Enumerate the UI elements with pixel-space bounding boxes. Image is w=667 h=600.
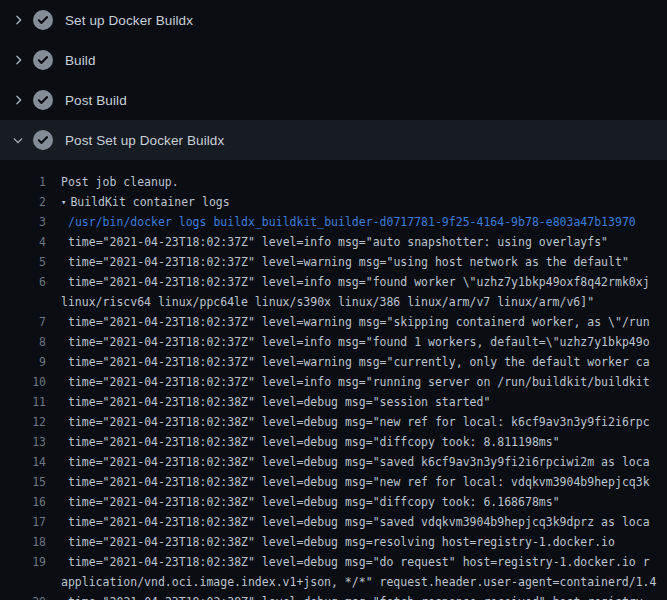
log-line-text: time="2021-04-23T18:02:38Z" level=debug … [46,412,650,432]
log-line-number[interactable]: 14 [0,452,46,472]
steps-list: Set up Docker Buildx Build Post Build Po… [0,0,667,160]
log-line-number[interactable]: 6 [0,272,46,292]
log-line-number[interactable]: 4 [0,232,46,252]
log-line-number[interactable]: 7 [0,312,46,332]
log-row: 5 time="2021-04-23T18:02:37Z" level=warn… [0,252,667,272]
log-line-text: time="2021-04-23T18:02:38Z" level=debug … [46,472,650,492]
log-line-text: time="2021-04-23T18:02:37Z" level=warnin… [46,312,650,332]
log-container: 1 Post job cleanup. 2 ▾BuildKit containe… [0,160,667,600]
log-row: 9 time="2021-04-23T18:02:37Z" level=warn… [0,352,667,372]
log-row: 13 time="2021-04-23T18:02:38Z" level=deb… [0,432,667,452]
log-row: 14 time="2021-04-23T18:02:38Z" level=deb… [0,452,667,472]
log-row: 3 /usr/bin/docker logs buildx_buildkit_b… [0,212,667,232]
log-line-text: time="2021-04-23T18:02:37Z" level=info m… [46,332,650,352]
chevron-icon [10,12,26,28]
check-circle-icon [33,50,53,70]
log-line-text: time="2021-04-23T18:02:38Z" level=debug … [46,512,650,532]
step-section-set-up-docker-buildx[interactable]: Set up Docker Buildx [0,0,667,40]
log-row: 17 time="2021-04-23T18:02:38Z" level=deb… [0,512,667,532]
log-line-number[interactable]: 19 [0,552,46,572]
log-line-text: time="2021-04-23T18:02:37Z" level=info m… [46,232,608,252]
log-line-number[interactable]: 16 [0,492,46,512]
check-circle-icon [33,130,53,150]
log-line-text: time="2021-04-23T18:02:38Z" level=debug … [46,432,560,452]
log-line-text: time="2021-04-23T18:02:38Z" level=debug … [46,392,490,412]
group-expanded-triangle-icon: ▾ [61,192,66,212]
log-group-label: BuildKit container logs [70,195,229,209]
log-group-toggle[interactable]: ▾BuildKit container logs [46,192,230,212]
log-line-number[interactable]: 3 [0,212,46,232]
log-line-number[interactable]: 11 [0,392,46,412]
log-row: 18 time="2021-04-23T18:02:38Z" level=deb… [0,532,667,552]
log-line-text: time="2021-04-23T18:02:38Z" level=debug … [46,452,650,472]
log-row: 10 time="2021-04-23T18:02:37Z" level=inf… [0,372,667,392]
log-row: 2 ▾BuildKit container logs [0,192,667,212]
log-line-number[interactable]: 2 [0,192,46,212]
chevron-icon [10,132,26,148]
log-line-text: time="2021-04-23T18:02:38Z" level=debug … [46,492,560,512]
step-label: Set up Docker Buildx [65,13,193,28]
log-line-text: time="2021-04-23T18:02:37Z" level=warnin… [46,252,629,272]
log-line-text: time="2021-04-23T18:02:38Z" level=debug … [46,592,650,600]
log-line-number[interactable]: 9 [0,352,46,372]
step-label: Post Set up Docker Buildx [65,133,224,148]
log-row: 20 time="2021-04-23T18:02:38Z" level=deb… [0,592,667,600]
log-line-number[interactable]: 15 [0,472,46,492]
log-row: 4 time="2021-04-23T18:02:37Z" level=info… [0,232,667,252]
log-line-number[interactable]: 20 [0,592,46,600]
chevron-icon [10,92,26,108]
log-row: 6 time="2021-04-23T18:02:37Z" level=info… [0,272,667,292]
log-row: 11 time="2021-04-23T18:02:38Z" level=deb… [0,392,667,412]
chevron-icon [10,52,26,68]
step-label: Post Build [65,93,127,108]
check-circle-icon [33,10,53,30]
log-row: 12 time="2021-04-23T18:02:38Z" level=deb… [0,412,667,432]
log-row: 1 Post job cleanup. [0,172,667,192]
log-line-number[interactable]: 10 [0,372,46,392]
log-line-number[interactable]: 12 [0,412,46,432]
log-line-number[interactable]: 1 [0,172,46,192]
log-line-text: time="2021-04-23T18:02:37Z" level=info m… [46,372,650,392]
log-line-number[interactable] [0,292,46,312]
log-line-text: time="2021-04-23T18:02:38Z" level=debug … [46,532,615,552]
log-line-text: linux/riscv64 linux/ppc64le linux/s390x … [46,292,594,312]
log-row: 7 time="2021-04-23T18:02:37Z" level=warn… [0,312,667,332]
log-line-text: application/vnd.oci.image.index.v1+json,… [46,572,656,592]
log-line-text: time="2021-04-23T18:02:38Z" level=debug … [46,552,650,572]
log-row: application/vnd.oci.image.index.v1+json,… [0,572,667,592]
log-line-number[interactable]: 18 [0,532,46,552]
step-section-post-set-up-docker-buildx[interactable]: Post Set up Docker Buildx [0,120,667,160]
log-line-text: time="2021-04-23T18:02:37Z" level=info m… [46,272,650,292]
log-row: 8 time="2021-04-23T18:02:37Z" level=info… [0,332,667,352]
log-row: 15 time="2021-04-23T18:02:38Z" level=deb… [0,472,667,492]
log-line-number[interactable]: 8 [0,332,46,352]
step-label: Build [65,53,96,68]
log-row: linux/riscv64 linux/ppc64le linux/s390x … [0,292,667,312]
step-section-build[interactable]: Build [0,40,667,80]
log-line-number[interactable]: 13 [0,432,46,452]
log-line-text: time="2021-04-23T18:02:37Z" level=warnin… [46,352,650,372]
log-line-number[interactable] [0,572,46,592]
step-section-post-build[interactable]: Post Build [0,80,667,120]
log-row: 19 time="2021-04-23T18:02:38Z" level=deb… [0,552,667,572]
log-row: 16 time="2021-04-23T18:02:38Z" level=deb… [0,492,667,512]
log-line-number[interactable]: 17 [0,512,46,532]
check-circle-icon [33,90,53,110]
log-line-text: /usr/bin/docker logs buildx_buildkit_bui… [46,212,636,232]
log-line-number[interactable]: 5 [0,252,46,272]
log-line-text: Post job cleanup. [46,172,179,192]
